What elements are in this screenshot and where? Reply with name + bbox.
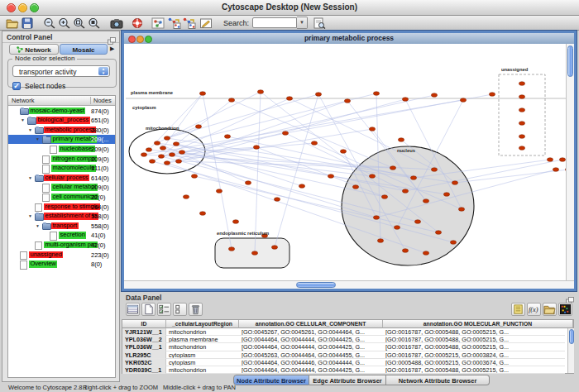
- folder-icon: [42, 136, 51, 144]
- network-view-icon-1[interactable]: [168, 17, 181, 29]
- network-view-icon-2[interactable]: [183, 17, 196, 29]
- column-header[interactable]: _cellularLayoutRegion: [166, 320, 239, 328]
- matrix-icon[interactable]: [558, 303, 572, 316]
- row-id-cell[interactable]: YJR121W__1: [122, 328, 166, 336]
- column-header[interactable]: annotation.GO CELLULAR_COMPONENT: [239, 320, 383, 328]
- canvas-vertical-scrollbar[interactable]: [566, 44, 574, 280]
- zoom-selected-icon[interactable]: [73, 17, 86, 29]
- table-vscroll-thumb[interactable]: [569, 329, 574, 344]
- canvas-horizontal-scrollbar[interactable]: [124, 280, 574, 289]
- expand-arrow-icon[interactable]: ▼: [28, 213, 32, 218]
- float-panel-icon[interactable]: [108, 33, 116, 41]
- canvas-vscroll-thumb[interactable]: [567, 45, 573, 77]
- table-panel-icon[interactable]: [126, 303, 140, 316]
- zoom-in-icon[interactable]: [58, 17, 71, 29]
- help-ring-icon[interactable]: [131, 17, 144, 29]
- tree-row-metabolic-process[interactable]: ▼metabolic process280(0): [8, 125, 115, 135]
- tree-row-cellular-metabol[interactable]: cellular metabol209(0): [8, 183, 115, 193]
- node-color-combobox[interactable]: transporter activity ▲▼: [12, 65, 110, 77]
- row-id-cell[interactable]: YDR039C__1: [122, 366, 166, 374]
- tree-row-primary-metabo[interactable]: ▼primary metabo209(...: [8, 135, 115, 145]
- attribute-table[interactable]: ID_cellularLayoutRegionannotation.GO CEL…: [122, 319, 574, 374]
- tree-row-nucleobase-[interactable]: nucleobase-209(0): [8, 144, 115, 154]
- function-builder-icon[interactable]: f(x): [527, 303, 541, 316]
- report-icon[interactable]: [511, 303, 525, 316]
- tree-row-cell-communicat[interactable]: cell communicat22(0): [8, 192, 115, 202]
- file-icon: [42, 194, 50, 203]
- row-id-cell[interactable]: YLR295C: [122, 351, 166, 359]
- expand-arrow-icon[interactable]: ▼: [36, 136, 40, 141]
- save-icon[interactable]: [21, 17, 34, 29]
- tree-row-multi-organism-pro[interactable]: multi-organism pro42(0): [8, 240, 115, 250]
- expand-arrow-icon[interactable]: ▼: [21, 117, 25, 122]
- attribute-cell[interactable]: [GO:0044464, GO:0044446, GO:0044444, G..…: [239, 359, 383, 366]
- tree-row-transport[interactable]: ▼transport558(0): [8, 221, 115, 231]
- row-id-cell[interactable]: YPL036W__2: [122, 336, 166, 343]
- zoom-fit-icon[interactable]: [88, 17, 101, 29]
- data-panel-toolbar: f(x): [122, 302, 577, 318]
- expand-arrow-icon[interactable]: ▼: [28, 127, 32, 132]
- tree-row-mosaic-demo-yeast[interactable]: mosaic-demo-yeast874(0): [8, 106, 115, 116]
- attribute-cell[interactable]: [GO:0016787, GO:0005488, GO:0005215, G..…: [383, 343, 565, 351]
- attribute-cell[interactable]: [GO:0044464, GO:0044444, GO:0044425, G..…: [239, 336, 383, 343]
- attribute-cell[interactable]: mitochondrion: [166, 328, 239, 336]
- window-title: Cytoscape Desktop (New Session): [0, 2, 579, 12]
- attribute-cell[interactable]: [GO:0045267, GO:0045261, GO:0044464, G..…: [239, 328, 383, 336]
- control-panel: Control Panel Network Mosaic ▶ Node colo…: [2, 31, 120, 382]
- file-icon: [42, 165, 50, 174]
- zoom-out-icon[interactable]: [43, 17, 56, 29]
- row-id-cell[interactable]: YKR052C: [122, 359, 166, 366]
- canvas-hscroll-thumb[interactable]: [296, 282, 336, 288]
- attribute-cell[interactable]: [GO:0005488, GO:0005215, GO:0003674, G..…: [383, 359, 565, 366]
- select-nodes-checkbox[interactable]: ✓: [12, 82, 21, 90]
- expand-arrow-icon[interactable]: ▼: [36, 223, 40, 228]
- attribute-cell[interactable]: mitochondrion: [166, 343, 239, 351]
- tree-row-establishment-of-lo[interactable]: ▼establishment of lo558(0): [8, 212, 115, 222]
- network-canvas[interactable]: plasma membranecytoplasmmitochondrionnuc…: [124, 44, 574, 289]
- tree-row-secretion[interactable]: secretion41(0): [8, 231, 115, 241]
- import-attributes-icon[interactable]: [543, 303, 557, 316]
- attribute-cell[interactable]: [GO:0016787, GO:0005488, GO:0005215, G..…: [383, 328, 565, 336]
- column-header[interactable]: ID: [122, 320, 166, 328]
- tab-overflow-arrow[interactable]: ▶: [110, 45, 114, 52]
- attribute-cell[interactable]: mitochondrion: [166, 366, 239, 374]
- table-vertical-scrollbar[interactable]: [567, 328, 574, 373]
- data-panel-float-icon[interactable]: [566, 293, 574, 300]
- tree-row-overview[interactable]: Overview8(0): [8, 260, 115, 270]
- search-input[interactable]: [252, 17, 297, 28]
- expand-arrow-icon[interactable]: ▼: [28, 175, 32, 180]
- unselect-attributes-icon[interactable]: [173, 303, 187, 316]
- attribute-cell[interactable]: [GO:0044464, GO:0044444, GO:0044425, G..…: [239, 343, 383, 351]
- attribute-cell[interactable]: [GO:0016787, GO:0005488, GO:0005215, G..…: [383, 366, 565, 374]
- vizmapper-icon[interactable]: [151, 17, 165, 29]
- network-frame-title: primary metabolic process: [124, 34, 574, 42]
- combobox-stepper-icon[interactable]: ▲▼: [98, 67, 108, 75]
- new-attribute-icon[interactable]: [141, 303, 156, 316]
- select-attributes-icon[interactable]: [157, 303, 171, 316]
- tab-network[interactable]: Network: [9, 44, 59, 55]
- search-options-icon[interactable]: [313, 17, 326, 29]
- tree-row-count: 614(0): [91, 174, 109, 182]
- attribute-cell[interactable]: cytoplasm: [166, 351, 239, 359]
- tree-row-cellular-process[interactable]: ▼cellular process614(0): [8, 173, 115, 183]
- tab-mosaic[interactable]: Mosaic: [60, 44, 108, 55]
- network-frame-titlebar[interactable]: primary metabolic process: [124, 33, 574, 45]
- column-header[interactable]: annotation.GO MOLECULAR_FUNCTION: [383, 320, 573, 328]
- attribute-cell[interactable]: plasma membrane: [166, 336, 239, 343]
- tree-row-biological-process[interactable]: ▼biological_process651(0): [8, 116, 115, 126]
- attribute-cell[interactable]: cytoplasm: [166, 359, 239, 366]
- open-file-icon[interactable]: [6, 17, 19, 29]
- tree-row-nitrogen-compo[interactable]: nitrogen compo209(0): [8, 154, 115, 164]
- row-id-cell[interactable]: YPL036W__1: [122, 343, 166, 351]
- tree-row-response-to-stimulu[interactable]: response to stimulu264(0): [8, 202, 115, 212]
- attribute-cell[interactable]: [GO:0045263, GO:0044464, GO:0044455, G..…: [239, 351, 383, 359]
- attribute-cell[interactable]: [GO:0044464, GO:0044444, GO:0044425, G..…: [239, 366, 383, 374]
- annotation-icon[interactable]: [199, 17, 213, 29]
- attribute-cell[interactable]: [GO:0016787, GO:0005215, GO:0003824, G..…: [383, 351, 565, 359]
- delete-attribute-icon[interactable]: [189, 303, 203, 316]
- tree-row-macromolecule[interactable]: macromolecule311(0): [8, 164, 115, 174]
- tree-row-unassigned[interactable]: unassigned223(0): [8, 250, 115, 260]
- snapshot-icon[interactable]: [110, 17, 123, 29]
- attribute-cell[interactable]: [GO:0016787, GO:0005488, GO:0005215, G..…: [383, 336, 565, 343]
- search-dropdown-arrow-icon[interactable]: ▼: [297, 17, 308, 29]
